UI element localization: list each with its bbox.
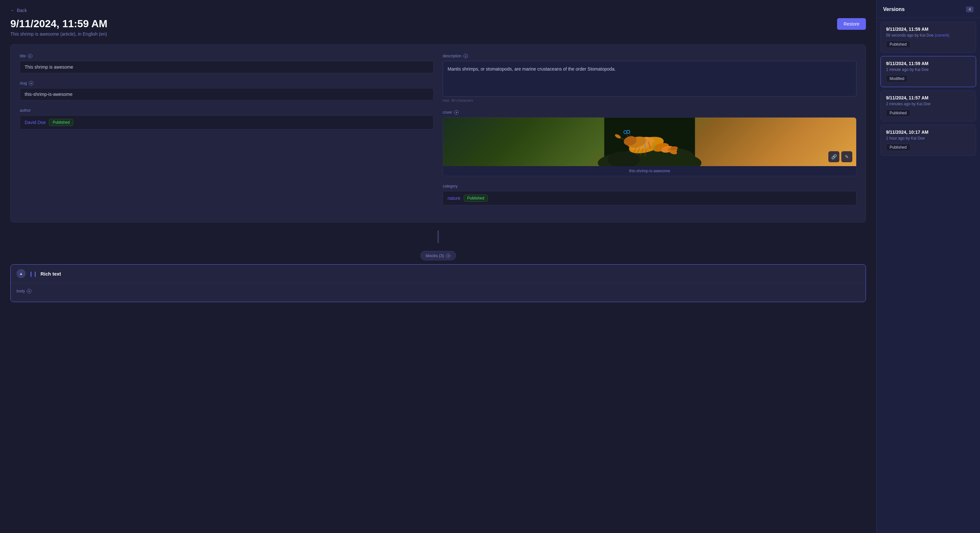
cover-svg — [443, 117, 856, 166]
author-published-badge: Published — [49, 119, 73, 126]
version-date: 9/11/2024, 11:59 AM — [886, 61, 970, 66]
svg-point-10 — [625, 131, 627, 133]
right-column: description ● Mantis shrimps, or stomato… — [443, 54, 856, 213]
description-section: description ● Mantis shrimps, or stomato… — [443, 54, 856, 102]
version-date: 9/11/2024, 10:17 AM — [886, 130, 970, 135]
block-type-icon: ❙❙ — [29, 271, 37, 277]
version-meta: 2 minutes ago by Kai Doe — [886, 102, 970, 106]
cover-section: cover ● — [443, 110, 856, 176]
cover-caption: this-shrimp-is-awesome — [443, 166, 856, 176]
author-field[interactable]: David Doe Published — [20, 115, 434, 130]
blocks-label: blocks (3) — [426, 253, 444, 258]
version-meta: 1 minute ago by Kai Doe — [886, 67, 970, 72]
block-collapse-button[interactable]: ▲ — [16, 269, 25, 278]
category-field[interactable]: nature Published — [443, 191, 856, 205]
page-subtitle: This shrimp is awesome (article), in Eng… — [10, 32, 107, 36]
blocks-pill[interactable]: blocks (3) ● — [420, 251, 456, 260]
sidebar-header: Versions 4 — [877, 0, 980, 18]
version-item[interactable]: 9/11/2024, 11:59 AM 1 minute ago by Kai … — [880, 56, 976, 87]
back-label: Back — [17, 8, 27, 13]
title-input[interactable]: This shrimp is awesome — [20, 61, 434, 73]
page-header: 9/11/2024, 11:59 AM This shrimp is aweso… — [10, 18, 866, 36]
version-date: 9/11/2024, 11:57 AM — [886, 95, 970, 100]
slug-input[interactable]: this-shrimp-is-awesome — [20, 88, 434, 100]
version-item[interactable]: 9/11/2024, 11:57 AM 2 minutes ago by Kai… — [880, 90, 976, 121]
back-arrow-icon: ← — [10, 8, 15, 13]
cover-link-button[interactable]: 🔗 — [828, 151, 839, 162]
restore-button[interactable]: Restore — [837, 18, 866, 30]
version-item[interactable]: 9/11/2024, 10:17 AM 1 hour ago by Kai Do… — [880, 125, 976, 156]
rich-text-block: ▲ ❙❙ Rich text body ● — [10, 264, 866, 302]
category-section: category nature Published — [443, 184, 856, 205]
fields-grid: title ● This shrimp is awesome slug ● th… — [20, 54, 856, 213]
sidebar: Versions 4 9/11/2024, 11:59 AM 58 second… — [876, 0, 980, 533]
back-link[interactable]: ← Back — [10, 8, 27, 13]
slug-label: slug ● — [20, 81, 434, 86]
current-label: (current) — [935, 33, 949, 38]
author-label: author — [20, 108, 434, 113]
block-header: ▲ ❙❙ Rich text — [11, 265, 865, 283]
author-section: author David Doe Published — [20, 108, 434, 130]
page-header-text: 9/11/2024, 11:59 AM This shrimp is aweso… — [10, 18, 107, 36]
author-name: David Doe — [25, 120, 46, 125]
char-limit: max. 80 characters — [443, 98, 856, 102]
category-label: category — [443, 184, 856, 189]
description-label: description ● — [443, 54, 856, 58]
version-item[interactable]: 9/11/2024, 11:59 AM 58 seconds ago by Ka… — [880, 22, 976, 53]
cover-globe-icon: ● — [454, 110, 458, 115]
cover-container: 🔗 ✎ this-shrimp-is-awesome — [443, 117, 856, 176]
cover-label: cover ● — [443, 110, 856, 115]
cover-edit-button[interactable]: ✎ — [841, 151, 852, 162]
cover-image: 🔗 ✎ — [443, 117, 856, 166]
version-meta: 58 seconds ago by Kai Doe (current) — [886, 33, 970, 38]
description-globe-icon: ● — [463, 54, 468, 58]
version-badge: Published — [886, 109, 910, 117]
left-column: title ● This shrimp is awesome slug ● th… — [20, 54, 434, 213]
scroll-handle — [438, 230, 439, 243]
sidebar-title: Versions — [883, 6, 905, 12]
blocks-divider — [10, 229, 866, 244]
version-badge: Modified — [886, 75, 908, 82]
category-name: nature — [447, 195, 460, 201]
svg-point-13 — [627, 131, 629, 133]
block-title: Rich text — [40, 271, 61, 276]
title-globe-icon: ● — [28, 54, 32, 58]
cover-actions: 🔗 ✎ — [828, 151, 852, 162]
version-badge: Published — [886, 144, 910, 151]
title-section: title ● This shrimp is awesome — [20, 54, 434, 73]
slug-globe-icon: ● — [29, 81, 33, 86]
version-badge: Published — [886, 41, 910, 48]
body-globe-icon: ● — [27, 289, 32, 293]
version-count-badge: 4 — [966, 6, 974, 12]
version-meta: 1 hour ago by Kai Doe — [886, 136, 970, 141]
body-label: body ● — [16, 289, 860, 293]
title-label: title ● — [20, 54, 434, 58]
description-textarea[interactable]: Mantis shrimps, or stomatopods, are mari… — [443, 61, 856, 97]
slug-section: slug ● this-shrimp-is-awesome — [20, 81, 434, 100]
content-card: title ● This shrimp is awesome slug ● th… — [10, 44, 866, 222]
blocks-globe-icon: ● — [446, 254, 450, 258]
category-published-badge: Published — [464, 195, 488, 202]
version-date: 9/11/2024, 11:59 AM — [886, 27, 970, 32]
page-title: 9/11/2024, 11:59 AM — [10, 18, 107, 30]
version-list: 9/11/2024, 11:59 AM 58 seconds ago by Ka… — [877, 18, 980, 160]
block-content: body ● — [11, 283, 865, 302]
main-area: ← Back 9/11/2024, 11:59 AM This shrimp i… — [0, 0, 876, 533]
